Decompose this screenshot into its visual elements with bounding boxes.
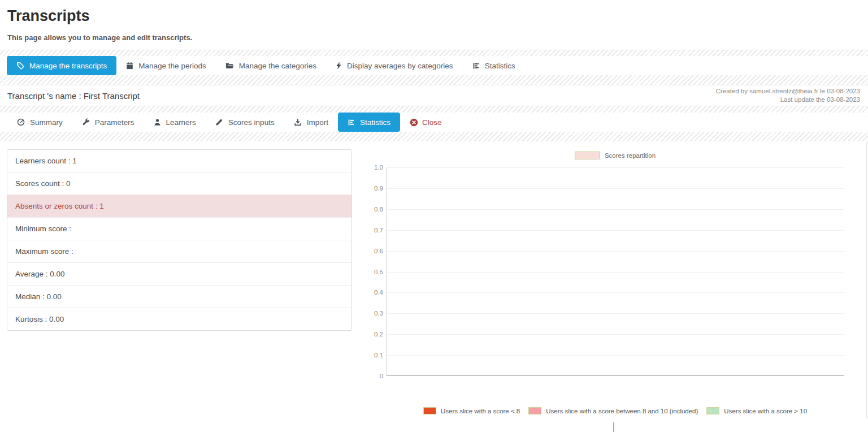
y-axis-tick-label: 0.4 [362, 288, 383, 296]
scrollbar-track[interactable] [866, 141, 867, 418]
transcript-name: Transcript 's name : First Transcript [7, 91, 140, 101]
legend-swatch [575, 152, 600, 159]
list-item: Scores count : 0 [7, 172, 351, 195]
user-icon [154, 118, 161, 126]
gridline [387, 355, 844, 356]
wrench-icon [82, 118, 90, 126]
stats-list: Learners count : 1 Scores count : 0 Abse… [7, 149, 352, 331]
y-axis-tick-label: 0 [362, 372, 383, 380]
list-item: Average : 0.00 [7, 263, 351, 286]
y-axis-tick-label: 1.0 [362, 163, 383, 171]
legend-item: Users slice with a score < 8 [423, 407, 520, 414]
tab-summary[interactable]: Summary [7, 113, 72, 132]
cursor-caret [613, 422, 614, 432]
tab-label: Statistics [360, 118, 390, 127]
pencil-icon [215, 118, 223, 126]
gridline [387, 188, 844, 189]
gridline [387, 292, 844, 293]
list-item: Maximum score : [7, 240, 351, 263]
bolt-icon [336, 62, 342, 70]
bar-chart-icon [472, 62, 480, 70]
close-circle-icon [410, 118, 418, 127]
tab-display-averages[interactable]: Display averages by categories [326, 56, 463, 75]
tab-label: Close [422, 118, 442, 127]
tab-label: Statistics [485, 62, 515, 70]
tab-statistics[interactable]: Statistics [338, 113, 400, 132]
tab-label: Scores inputs [228, 118, 275, 127]
legend-swatch [528, 407, 541, 414]
dashboard-icon [17, 118, 25, 126]
legend-label: Scores repartition [605, 152, 656, 159]
gridline [387, 209, 844, 210]
tab-manage-categories[interactable]: Manage the categories [216, 56, 326, 75]
list-item: Median : 0.00 [7, 286, 351, 308]
transcript-header-row: Transcript 's name : First Transcript Cr… [0, 85, 868, 106]
y-axis-tick-label: 0.7 [362, 226, 383, 234]
calendar-icon [126, 62, 133, 70]
chart-plot-area [387, 167, 844, 376]
chart-yticks: 1.00.90.80.70.60.50.40.30.20.10 [362, 167, 383, 376]
gridline [387, 251, 844, 252]
transcript-meta: Created by samuel.strentz@theia.fr le 03… [716, 87, 860, 104]
gridline [387, 272, 844, 273]
list-item: Kurtosis : 0.00 [7, 308, 351, 330]
legend-swatch [706, 407, 719, 414]
legend-label: Users slice with a score < 8 [441, 408, 520, 414]
tab-label: Manage the transcripts [29, 62, 107, 70]
legend-label: Users slice with a score between 8 and 1… [546, 408, 698, 414]
tab-label: Import [307, 118, 328, 127]
tab-statistics-global[interactable]: Statistics [463, 56, 525, 75]
legend-label: Users slice with a score > 10 [724, 408, 807, 414]
folder-open-icon [225, 62, 234, 70]
bar-chart-icon [348, 119, 355, 126]
chart-legend-bottom: Users slice with a score < 8Users slice … [387, 407, 844, 414]
gridline [387, 167, 844, 168]
tab-manage-periods[interactable]: Manage the periods [116, 56, 215, 75]
top-nav: Manage the transcripts Manage the period… [0, 56, 868, 75]
tab-label: Display averages by categories [347, 62, 453, 70]
tab-close[interactable]: Close [400, 113, 452, 132]
tab-label: Manage the periods [138, 62, 206, 70]
legend-item: Users slice with a score > 10 [706, 407, 807, 414]
tag-icon [16, 62, 24, 70]
y-axis-tick-label: 0.3 [362, 309, 383, 317]
gridline [387, 334, 844, 335]
tab-manage-transcripts[interactable]: Manage the transcripts [7, 56, 116, 75]
list-item: Learners count : 1 [7, 150, 351, 172]
y-axis-tick-label: 0.8 [362, 205, 383, 213]
transcript-nav: Summary Parameters Learners Scores input… [0, 113, 868, 132]
page-header: Transcripts This page allows you to mana… [0, 0, 868, 50]
y-axis-tick-label: 0.9 [362, 184, 383, 192]
tab-label: Manage the categories [239, 62, 316, 70]
statistics-panel: Learners count : 1 Scores count : 0 Abse… [0, 141, 868, 432]
page-title: Transcripts [7, 7, 90, 25]
tab-label: Summary [30, 118, 63, 127]
list-item: Minimum score : [7, 218, 351, 240]
page-subtitle: This page allows you to manage and edit … [7, 33, 192, 42]
tab-scores-inputs[interactable]: Scores inputs [206, 113, 284, 132]
tab-parameters[interactable]: Parameters [72, 113, 144, 132]
y-axis-tick-label: 0.1 [362, 351, 383, 359]
legend-swatch [423, 407, 436, 414]
download-icon [294, 118, 302, 126]
last-update-text: Last update the 03-08-2023 [716, 96, 860, 104]
legend-item: Users slice with a score between 8 and 1… [528, 407, 698, 414]
y-axis-tick-label: 0.6 [362, 247, 383, 255]
tab-label: Parameters [95, 118, 134, 127]
chart-legend-top: Scores repartition [387, 152, 844, 159]
gridline [387, 230, 844, 231]
tab-import[interactable]: Import [284, 113, 338, 132]
created-by-text: Created by samuel.strentz@theia.fr le 03… [716, 87, 860, 96]
list-item-absents-warning: Absents or zeros count : 1 [7, 195, 351, 218]
y-axis-tick-label: 0.2 [362, 330, 383, 338]
transcripts-page: Transcripts This page allows you to mana… [0, 0, 868, 432]
tab-learners[interactable]: Learners [144, 113, 206, 132]
gridline [387, 313, 844, 314]
tab-label: Learners [166, 118, 196, 127]
y-axis-tick-label: 0.5 [362, 268, 383, 276]
